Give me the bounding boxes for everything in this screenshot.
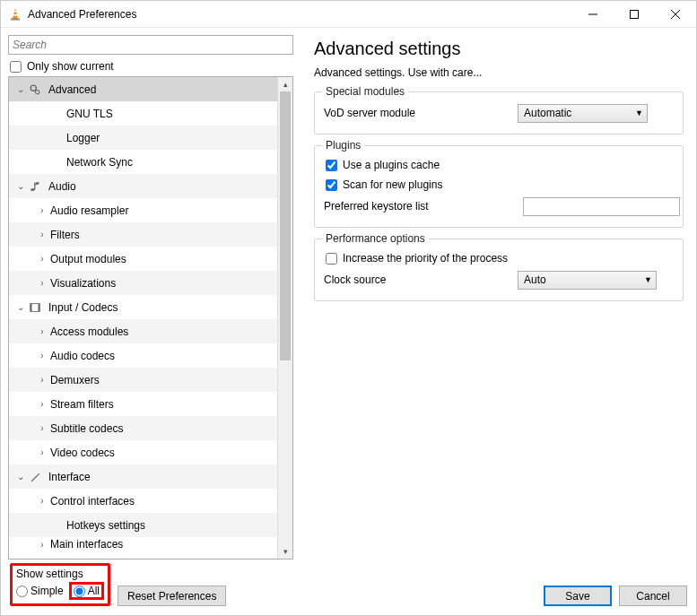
radio-label: Simple — [30, 585, 64, 597]
tree-row[interactable]: ›Video codecs — [9, 440, 277, 464]
chevron-down-icon: ▼ — [635, 108, 643, 117]
combo-value: Auto — [524, 273, 546, 286]
chevron-right-icon[interactable]: › — [36, 326, 48, 336]
tree-scrollbar[interactable]: ▴ ▾ — [277, 77, 292, 559]
group-legend: Plugins — [322, 139, 364, 152]
tree-item-label: Hotkeys settings — [66, 519, 145, 532]
chevron-right-icon[interactable]: › — [36, 278, 48, 288]
footer-bar: Show settings Simple All Reset Preferenc… — [1, 560, 696, 615]
group-special-modules: Special modules VoD server module Automa… — [314, 91, 684, 134]
tree-row[interactable]: ›Visualizations — [9, 271, 277, 295]
checkbox-label: Increase the priority of the process — [343, 252, 508, 265]
tree-row[interactable]: GNU TLS — [9, 101, 277, 126]
radio-simple[interactable]: Simple — [16, 585, 64, 597]
tree-item-label: Audio — [48, 180, 76, 193]
tree-item-label: Filters — [50, 229, 80, 241]
chevron-right-icon[interactable]: › — [36, 205, 48, 215]
chevron-right-icon[interactable]: › — [36, 399, 48, 409]
tree-row[interactable]: ⌄Interface — [9, 464, 277, 489]
tree-row[interactable]: ›Main interfaces — [9, 537, 277, 551]
tree-item-label: Logger — [66, 132, 100, 144]
chevron-right-icon[interactable]: › — [36, 423, 48, 433]
tree-item-label: Control interfaces — [50, 495, 135, 508]
tree-row[interactable]: ›Access modules — [9, 319, 277, 343]
tree-row[interactable]: Logger — [9, 126, 277, 150]
panel-description: Advanced settings. Use with care... — [314, 66, 684, 79]
tree-item-label: Video codecs — [50, 447, 115, 459]
chevron-right-icon[interactable]: › — [36, 351, 48, 360]
tree-row[interactable]: Hotkeys settings — [9, 513, 277, 537]
tree-item-label: Interface — [48, 471, 91, 483]
chevron-down-icon[interactable]: ⌄ — [14, 472, 27, 482]
tree-item-label: Audio resampler — [50, 204, 128, 217]
clock-source-label: Clock source — [324, 273, 512, 286]
group-performance: Performance options Increase the priorit… — [314, 239, 684, 301]
scroll-down-arrow-icon[interactable]: ▾ — [278, 544, 292, 559]
save-button[interactable]: Save — [544, 586, 612, 606]
scroll-thumb[interactable] — [280, 91, 291, 360]
chevron-right-icon[interactable]: › — [36, 496, 48, 506]
use-plugins-cache-checkbox[interactable]: Use a plugins cache — [324, 155, 674, 175]
radio-label: All — [88, 585, 100, 597]
gears-icon — [27, 83, 43, 96]
search-input[interactable] — [8, 35, 293, 55]
tree-item-label: Output modules — [50, 253, 126, 265]
tree-item-label: Demuxers — [50, 374, 100, 386]
scroll-up-arrow-icon[interactable]: ▴ — [278, 77, 292, 91]
checkbox-input[interactable] — [326, 179, 337, 191]
chevron-right-icon[interactable]: › — [36, 447, 48, 457]
chevron-right-icon[interactable]: › — [36, 254, 48, 264]
clock-source-combo[interactable]: Auto ▼ — [518, 271, 657, 290]
tree-row[interactable]: ⌄Input / Codecs — [9, 295, 277, 319]
keystore-list-input[interactable] — [523, 197, 680, 216]
chevron-down-icon[interactable]: ⌄ — [14, 84, 27, 94]
radio-input[interactable] — [16, 586, 28, 597]
reset-preferences-button[interactable]: Reset Preferences — [118, 586, 226, 606]
svg-rect-5 — [631, 10, 639, 18]
show-settings-group: Show settings Simple All — [10, 563, 110, 606]
vlc-cone-icon — [8, 7, 22, 22]
tree-row[interactable]: ›Control interfaces — [9, 489, 277, 513]
minimize-button[interactable] — [572, 1, 614, 27]
svg-rect-1 — [13, 11, 17, 12]
only-show-current-checkbox[interactable]: Only show current — [8, 60, 301, 73]
tree-row[interactable]: ›Filters — [9, 222, 277, 247]
radio-input[interactable] — [74, 586, 85, 597]
checkbox-label: Use a plugins cache — [343, 159, 440, 171]
checkbox-input[interactable] — [326, 253, 337, 265]
chevron-right-icon[interactable]: › — [36, 375, 48, 385]
tree-row[interactable]: ›Stream filters — [9, 392, 277, 416]
maximize-button[interactable] — [614, 1, 655, 27]
group-legend: Special modules — [322, 85, 408, 98]
close-button[interactable] — [655, 1, 696, 27]
checkbox-input[interactable] — [326, 160, 337, 171]
tree-row[interactable]: ⌄Advanced — [9, 77, 277, 101]
radio-all[interactable]: All — [74, 585, 100, 597]
window-title: Advanced Preferences — [28, 8, 572, 21]
tree-row[interactable]: ›Demuxers — [9, 368, 277, 392]
tree-item-label: GNU TLS — [66, 108, 113, 120]
film-icon — [27, 301, 43, 314]
increase-priority-checkbox[interactable]: Increase the priority of the process — [324, 248, 674, 268]
svg-rect-3 — [11, 18, 20, 20]
vod-server-combo[interactable]: Automatic ▼ — [518, 104, 648, 123]
tree-row[interactable]: ›Subtitle codecs — [9, 416, 277, 440]
tree-row[interactable]: ›Audio codecs — [9, 343, 277, 368]
svg-rect-14 — [39, 303, 40, 311]
keystore-list-label: Preferred keystore list — [324, 200, 512, 213]
chevron-down-icon[interactable]: ⌄ — [14, 181, 27, 191]
brush-icon — [27, 471, 43, 483]
tree-body[interactable]: ⌄AdvancedGNU TLSLoggerNetwork Sync⌄Audio… — [9, 77, 277, 559]
scan-new-plugins-checkbox[interactable]: Scan for new plugins — [324, 175, 674, 195]
tree-row[interactable]: ⌄Audio — [9, 174, 277, 198]
svg-rect-13 — [30, 303, 32, 311]
cancel-button[interactable]: Cancel — [619, 586, 687, 606]
chevron-right-icon[interactable]: › — [36, 230, 48, 239]
show-settings-label: Show settings — [16, 568, 104, 580]
tree-row[interactable]: Network Sync — [9, 150, 277, 174]
only-show-current-input[interactable] — [10, 61, 22, 73]
chevron-down-icon[interactable]: ⌄ — [14, 302, 27, 312]
tree-row[interactable]: ›Audio resampler — [9, 198, 277, 222]
chevron-right-icon[interactable]: › — [36, 540, 48, 550]
tree-row[interactable]: ›Output modules — [9, 247, 277, 271]
